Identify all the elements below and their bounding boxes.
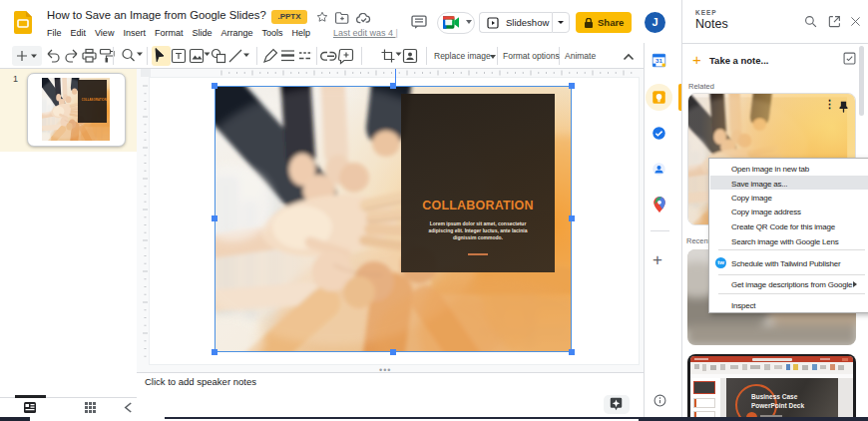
svg-text:31: 31 xyxy=(655,57,662,64)
